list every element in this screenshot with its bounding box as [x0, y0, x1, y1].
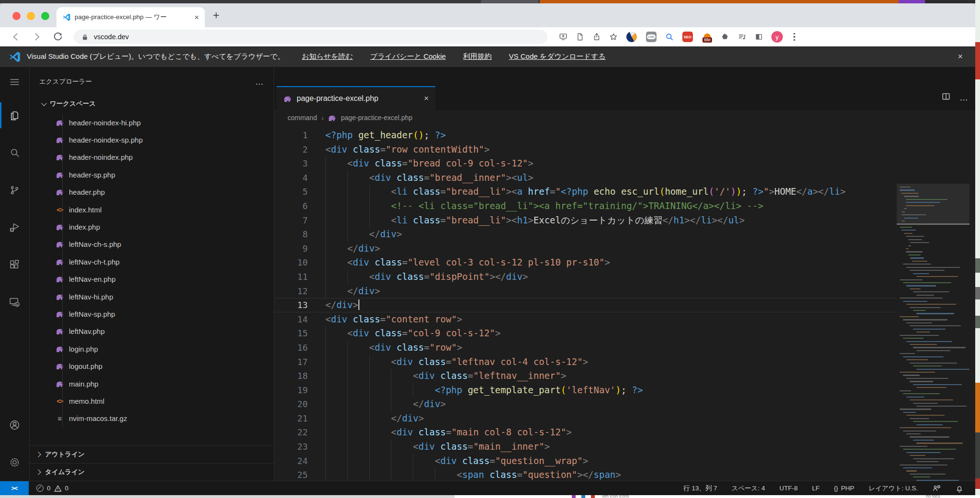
file-item[interactable]: leftNav-ch-t.php: [30, 253, 274, 270]
browser-tab[interactable]: page-practice-excel.php — ワー ×: [56, 7, 205, 27]
breadcrumb[interactable]: command › page-practice-excel.php: [274, 110, 975, 125]
forward-icon[interactable]: [32, 32, 42, 42]
star-icon[interactable]: [609, 33, 618, 41]
activity-search-icon[interactable]: [0, 134, 29, 171]
code-editor[interactable]: 1<?php get_header(); ?>2<div class="row …: [274, 125, 975, 481]
file-item[interactable]: header-noindex-hi.php: [30, 114, 274, 131]
bell-icon[interactable]: [955, 484, 964, 493]
file-item[interactable]: leftNav-en.php: [30, 271, 274, 288]
activity-extensions-icon[interactable]: [0, 246, 29, 283]
minimize-window-button[interactable]: [27, 12, 35, 20]
banner-link[interactable]: お知らせを読む: [302, 52, 353, 61]
file-item[interactable]: leftNav-hi.php: [30, 288, 274, 305]
split-editor-icon[interactable]: [941, 92, 951, 103]
token: div: [440, 454, 457, 468]
file-item[interactable]: ≡nvim-macos.tar.gz: [30, 410, 274, 427]
activity-source-control-icon[interactable]: [0, 171, 29, 209]
minimap[interactable]: [897, 184, 969, 481]
lock-icon[interactable]: [80, 33, 89, 41]
file-item[interactable]: header.php: [30, 184, 274, 201]
minimap-handle[interactable]: [897, 223, 969, 225]
url-bar[interactable]: vscode.dev: [74, 30, 547, 44]
puzzle-icon[interactable]: [721, 33, 730, 41]
file-item[interactable]: <>memo.html: [30, 392, 274, 409]
maximize-window-button[interactable]: [41, 12, 49, 20]
workspace-section-header[interactable]: ワークスペース: [30, 97, 274, 111]
banner-close-icon[interactable]: ×: [958, 52, 963, 62]
document-icon[interactable]: [576, 33, 584, 41]
banner-link[interactable]: 利用規約: [463, 52, 492, 61]
token: ul: [728, 213, 739, 228]
sidebar-section-timeline[interactable]: タイムライン: [30, 463, 274, 481]
file-label: index.html: [69, 206, 101, 214]
breadcrumb-item[interactable]: command: [288, 114, 317, 122]
macos-window-controls[interactable]: [12, 12, 49, 20]
status-eol[interactable]: LF: [812, 485, 820, 492]
sidebar-toggle-icon[interactable]: [755, 33, 763, 41]
sidebar-section-outline[interactable]: アウトライン: [30, 445, 274, 463]
status-language-mode[interactable]: {}PHP: [834, 485, 854, 492]
file-item[interactable]: <>index.html: [30, 201, 274, 218]
browser-menu-icon[interactable]: [791, 33, 798, 41]
activity-explorer-icon[interactable]: [0, 97, 29, 134]
line-number: 9: [274, 242, 308, 256]
token: <: [325, 312, 331, 327]
status-indentation[interactable]: スペース: 4: [732, 484, 765, 493]
file-label: leftNav.php: [69, 327, 105, 335]
file-item[interactable]: leftNav-ch-s.php: [30, 236, 274, 253]
share-icon[interactable]: [592, 33, 601, 41]
back-icon[interactable]: [11, 32, 21, 42]
sidebar-more-actions-icon[interactable]: …: [255, 77, 264, 87]
logo-extension-icon[interactable]: [626, 31, 637, 43]
minimap-line: [910, 399, 953, 400]
playlist-icon[interactable]: [738, 33, 746, 41]
url-text[interactable]: vscode.dev: [94, 33, 129, 41]
activity-menu-icon[interactable]: [0, 67, 29, 97]
new-tab-button[interactable]: +: [213, 10, 219, 21]
tab-close-icon[interactable]: ×: [194, 13, 199, 22]
activity-account-icon[interactable]: [0, 406, 29, 443]
indent-guide: [391, 454, 413, 468]
token: >: [457, 341, 462, 355]
title-extension-icon[interactable]: title: [702, 31, 713, 43]
profile-avatar[interactable]: y: [771, 31, 783, 43]
remote-indicator[interactable]: ><: [0, 481, 29, 495]
breadcrumb-item[interactable]: page-practice-excel.php: [341, 114, 412, 122]
activity-run-debug-icon[interactable]: [0, 209, 29, 246]
editor-more-actions-icon[interactable]: …: [959, 93, 969, 103]
status-encoding[interactable]: UTF-8: [780, 485, 798, 492]
token: div: [418, 369, 434, 383]
indent-guide: [369, 369, 391, 383]
file-item[interactable]: header-sp.php: [30, 166, 274, 183]
line-extension-icon[interactable]: LINE: [646, 31, 657, 43]
feedback-icon[interactable]: [932, 484, 941, 493]
reload-icon[interactable]: [53, 32, 63, 42]
minimap-line: [913, 347, 966, 348]
file-item[interactable]: main.php: [30, 375, 274, 392]
code-line-16: 16<div class="row">: [274, 341, 897, 355]
file-item[interactable]: header-noindex-sp.php: [30, 131, 274, 148]
search-ext-icon[interactable]: [665, 33, 674, 41]
install-icon[interactable]: [559, 33, 568, 41]
archive-icon: ≡: [56, 415, 64, 422]
close-window-button[interactable]: [12, 12, 21, 20]
file-item[interactable]: logout.php: [30, 357, 274, 375]
file-item[interactable]: index.php: [30, 218, 274, 235]
activity-remote-explorer-icon[interactable]: [0, 283, 29, 321]
banner-link[interactable]: VS Code をダウンロードする: [509, 52, 606, 61]
token: ): [731, 185, 736, 199]
editor-tab-close-icon[interactable]: ×: [424, 94, 429, 103]
activity-settings-gear-icon[interactable]: [0, 443, 29, 481]
seo-extension-icon[interactable]: SEO: [682, 31, 693, 43]
file-item[interactable]: leftNav-sp.php: [30, 305, 274, 322]
indent-guide: [347, 440, 369, 454]
file-item[interactable]: login.php: [30, 340, 274, 357]
problems-status[interactable]: 0 0: [36, 485, 68, 492]
status-keyboard-layout[interactable]: レイアウト: U.S.: [869, 484, 918, 493]
file-item[interactable]: leftNav.php: [30, 323, 274, 340]
status-cursor-position[interactable]: 行 13、列 7: [683, 484, 717, 493]
banner-link[interactable]: プライバシーと Cookie: [370, 52, 446, 61]
editor-tab-active[interactable]: page-practice-excel.php ×: [277, 86, 435, 110]
file-item[interactable]: header-noindex.php: [30, 149, 274, 166]
editor-scrollbar[interactable]: [969, 184, 975, 481]
